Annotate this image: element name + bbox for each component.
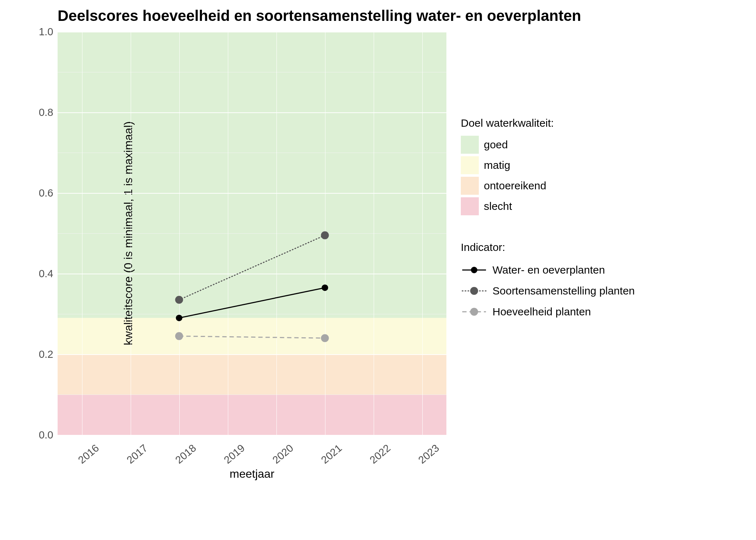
svg-point-10	[471, 267, 477, 273]
legend-quality: Doel waterkwaliteit: goed matig ontoerei…	[461, 117, 554, 218]
y-tick-label: 0.4	[39, 268, 53, 280]
svg-point-5	[175, 296, 183, 304]
svg-point-14	[470, 308, 478, 316]
y-tick-label: 1.0	[39, 26, 53, 38]
swatch-goed	[461, 136, 479, 154]
svg-point-12	[470, 287, 478, 295]
x-tick-label: 2023	[416, 442, 441, 466]
y-tick-label: 0.8	[39, 107, 53, 118]
legend-row-hoeveelheid: Hoeveelheid planten	[461, 302, 635, 322]
swatch-ontoereikend	[461, 177, 479, 195]
indicator-sample-solid	[461, 260, 487, 280]
legend-label-matig: matig	[484, 159, 510, 171]
y-tick-label: 0.6	[39, 187, 53, 199]
legend-indicator: Indicator: Water- en oeverplanten Soorte…	[461, 241, 635, 323]
legend-indicator-label: Hoeveelheid planten	[492, 306, 591, 318]
swatch-matig	[461, 156, 479, 174]
svg-point-7	[175, 332, 183, 340]
legend-row-matig: matig	[461, 156, 554, 174]
legend-label-ontoereikend: ontoereikend	[484, 180, 546, 192]
legend-label-goed: goed	[484, 139, 508, 151]
svg-point-4	[322, 284, 328, 291]
x-tick-label: 2018	[173, 442, 198, 466]
chart-title: Deelscores hoeveelheid en soortensamenst…	[58, 7, 581, 24]
svg-point-3	[176, 315, 183, 321]
legend-indicator-label: Soortensamenstelling planten	[492, 285, 635, 297]
x-tick-label: 2020	[270, 442, 296, 466]
y-tick-label: 0.0	[39, 429, 53, 441]
legend-row-ontoereikend: ontoereikend	[461, 177, 554, 195]
x-tick-label: 2017	[124, 442, 150, 466]
swatch-slecht	[461, 197, 479, 215]
x-tick-label: 2021	[319, 442, 344, 466]
indicator-sample-dotted	[461, 281, 487, 301]
legend-row-goed: goed	[461, 136, 554, 154]
series-points	[58, 32, 446, 435]
chart-container: Deelscores hoeveelheid en soortensamenst…	[7, 7, 749, 533]
gridline-h	[58, 435, 446, 436]
y-tick-label: 0.2	[39, 348, 53, 360]
indicator-sample-dashed	[461, 302, 487, 322]
x-tick-label: 2022	[367, 442, 393, 466]
svg-point-6	[321, 231, 329, 239]
plot-area: 1.0 0.8 0.6 0.4 0.2 0.0 2016 2017 2018 2…	[58, 32, 446, 435]
x-tick-label: 2016	[76, 442, 101, 466]
x-axis-title: meetjaar	[230, 467, 275, 481]
legend-row-slecht: slecht	[461, 197, 554, 215]
legend-row-soortensamenstelling: Soortensamenstelling planten	[461, 281, 635, 301]
x-tick-label: 2019	[221, 442, 247, 466]
legend-row-water-en-oeverplanten: Water- en oeverplanten	[461, 260, 635, 280]
legend-indicator-label: Water- en oeverplanten	[492, 264, 605, 276]
legend-indicator-title: Indicator:	[461, 241, 635, 253]
svg-point-8	[321, 334, 329, 342]
legend-quality-title: Doel waterkwaliteit:	[461, 117, 554, 129]
legend-label-slecht: slecht	[484, 200, 512, 212]
